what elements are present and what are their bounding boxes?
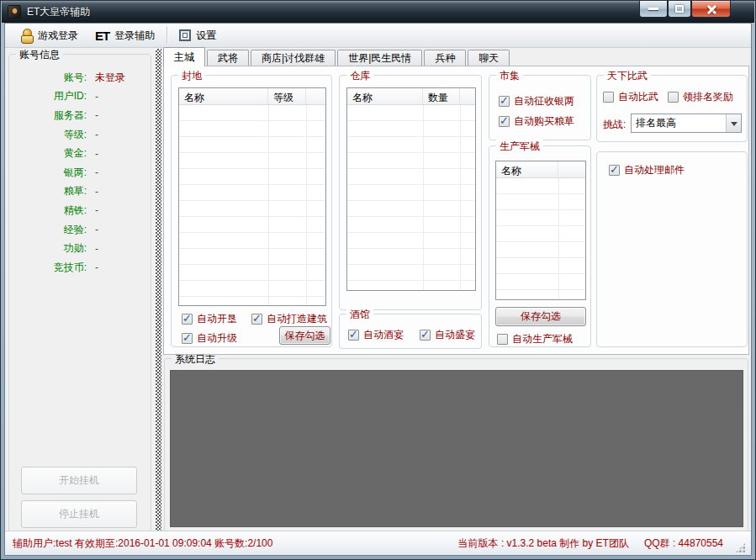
toolbar-separator [167,27,167,44]
weapons-col-extra[interactable] [558,161,585,177]
account-row-label: 账号: [9,71,87,85]
claim-rank-reward-checkbox[interactable]: 领排名奖励 [668,90,733,104]
account-row-value: - [95,129,98,140]
titlebar[interactable]: ET大皇帝辅助 [2,1,754,23]
account-row-value: 未登录 [95,71,125,85]
close-button[interactable] [691,1,731,18]
account-row-value: - [95,91,98,103]
account-row-label: 经验: [9,223,87,237]
fief-save-button[interactable]: 保存勾选 [279,326,330,345]
auto-upgrade-checkbox-box[interactable] [182,333,193,344]
auto-build-label: 自动打造建筑 [267,312,327,326]
system-log-output[interactable] [170,370,743,527]
claim-rank-reward-checkbox-box[interactable] [668,92,679,103]
vertical-splitter[interactable] [156,49,161,533]
fief-table-gridline [306,105,307,305]
account-row: 经验: - [9,220,151,240]
account-row: 精铁: - [9,201,151,220]
resize-grip[interactable] [735,542,746,553]
start-hangup-button[interactable]: 开始挂机 [21,467,137,494]
tab-main-city[interactable]: 主城 [163,47,205,66]
auto-feast-checkbox-box[interactable] [420,330,431,341]
main-city-tab-panel: 封地 名称 等级 自动开垦 自动打造建筑 [163,66,749,355]
fief-col-name[interactable]: 名称 [179,88,268,104]
auto-duel-checkbox[interactable]: 自动比武 [603,90,658,104]
auto-process-mail-checkbox-box[interactable] [609,165,620,176]
fief-table[interactable]: 名称 等级 [178,87,326,306]
warehouse-col-qty[interactable]: 数量 [423,88,460,104]
warehouse-col-name[interactable]: 名称 [347,88,423,104]
game-login-icon [20,29,33,42]
market-group-title: 市集 [496,69,523,83]
auto-duel-checkbox-box[interactable] [603,92,614,103]
account-row-value: - [95,166,98,178]
account-info-title: 账号信息 [16,48,63,62]
weapons-save-button[interactable]: 保存勾选 [495,307,586,326]
auto-upgrade-label: 自动升级 [197,331,237,346]
account-row-label: 银两: [9,166,87,180]
market-group: 市集 自动征收银两 自动购买粮草 [489,75,591,140]
weapons-table-body[interactable] [496,178,585,299]
warehouse-table-body[interactable] [347,105,475,290]
account-row-label: 服务器: [9,108,87,123]
tab-shop-crusade[interactable]: 商店|讨伐群雄 [251,50,336,66]
login-helper-label: 登录辅助 [114,29,155,43]
warehouse-table[interactable]: 名称 数量 [346,87,476,291]
auto-buy-grain-checkbox[interactable]: 自动购买粮草 [499,114,574,129]
tab-generals[interactable]: 武将 [207,50,249,66]
warehouse-table-header: 名称 数量 [347,88,475,105]
fief-table-body[interactable] [179,105,325,305]
account-row-label: 黄金: [9,146,87,161]
settings-button[interactable]: 设置 [171,24,225,47]
fief-col-extra[interactable] [306,88,325,104]
weapons-table[interactable]: 名称 [495,161,586,300]
fief-col-level[interactable]: 等级 [268,88,306,104]
tab-chat[interactable]: 聊天 [468,50,510,66]
warehouse-group: 仓库 名称 数量 [339,75,482,310]
weapons-col-name[interactable]: 名称 [496,161,558,177]
account-row-label: 精铁: [9,203,87,218]
auto-buy-grain-checkbox-box[interactable] [499,116,510,127]
warehouse-col-extra[interactable] [460,88,475,104]
window-title: ET大皇帝辅助 [27,5,90,19]
minimize-icon [648,8,658,10]
maximize-button[interactable] [668,1,691,18]
auto-reclaim-checkbox-box[interactable] [182,314,193,325]
auto-collect-silver-checkbox-box[interactable] [499,96,510,107]
auto-process-mail-checkbox[interactable]: 自动处理邮件 [609,163,685,177]
account-row-value: - [95,186,98,198]
weapons-table-header: 名称 [496,161,585,178]
warehouse-group-title: 仓库 [346,69,373,83]
account-row-label: 功勋: [9,241,87,256]
tab-world-people[interactable]: 世界|民生民情 [337,50,422,66]
auto-produce-weapons-checkbox-box[interactable] [497,334,508,345]
fief-table-gridline [268,105,269,305]
game-login-label: 游戏登录 [38,29,78,43]
account-row-value: - [95,224,98,235]
weapons-group-title: 生产军械 [496,140,543,154]
minimize-button[interactable] [639,1,668,18]
auto-banquet-checkbox-box[interactable] [348,330,359,341]
account-info-group: 账号信息 账号: 未登录 用户ID: - 服务器: - 等级: - [8,54,151,533]
challenge-dropdown[interactable]: 排名最高 [631,114,742,133]
account-row: 功勋: - [9,239,151,258]
auto-feast-checkbox[interactable]: 自动盛宴 [420,328,475,342]
tab-troops[interactable]: 兵种 [424,50,466,66]
account-row: 银两: - [9,163,151,182]
chevron-down-icon[interactable] [726,114,741,132]
stop-hangup-button[interactable]: 停止挂机 [21,500,137,528]
auto-collect-silver-checkbox[interactable]: 自动征收银两 [499,94,574,108]
mail-group: 自动处理邮件 [596,151,748,347]
auto-upgrade-checkbox[interactable]: 自动升级 [182,331,237,346]
warehouse-table-gridline [460,105,461,290]
auto-reclaim-checkbox[interactable]: 自动开垦 [182,312,237,326]
auto-produce-weapons-checkbox[interactable]: 自动生产军械 [497,332,573,346]
login-helper-button[interactable]: ET 登录辅助 [87,24,163,47]
auto-build-checkbox[interactable]: 自动打造建筑 [251,312,327,326]
auto-build-checkbox-box[interactable] [251,314,262,325]
game-login-button[interactable]: 游戏登录 [12,24,87,47]
account-row: 用户ID: - [9,87,151,107]
account-row: 等级: - [9,125,151,145]
app-window: ET大皇帝辅助 游戏登录 ET 登录辅助 设置 账号信息 [0,0,756,560]
auto-banquet-checkbox[interactable]: 自动酒宴 [348,328,404,342]
